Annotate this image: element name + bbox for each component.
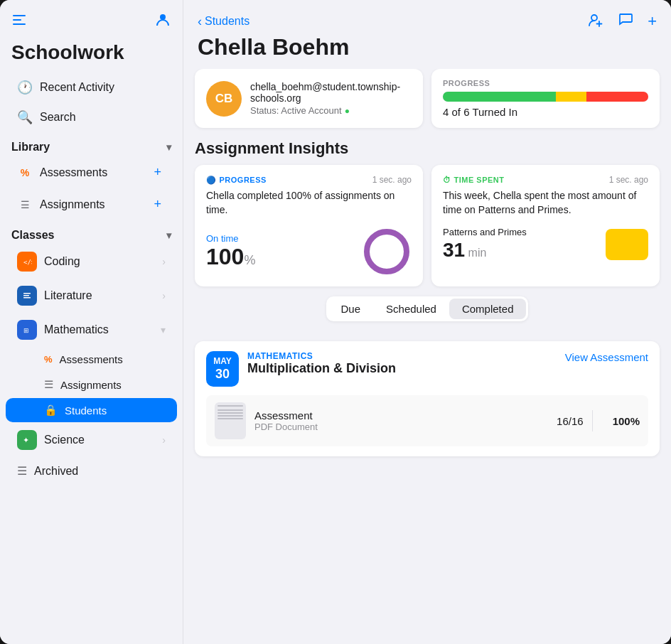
assignment-item-row: Assessment PDF Document 16/16 100% xyxy=(206,395,648,446)
svg-point-3 xyxy=(160,14,166,20)
insights-row: 🔵 PROGRESS 1 sec. ago Chella completed 1… xyxy=(195,165,660,286)
svg-rect-2 xyxy=(13,23,26,25)
add-assignment-btn[interactable]: + xyxy=(149,195,166,213)
math-students-icon: 🔒 xyxy=(44,404,58,417)
insights-title: Assignment Insights xyxy=(195,139,660,158)
time-type-label: ⏱ TIME SPENT xyxy=(443,176,505,184)
info-row: CB chella_boehm@student.township-schools… xyxy=(195,69,660,128)
sidebar-item-label: Science xyxy=(44,434,155,446)
sidebar-item-recent-activity[interactable]: 🕐 Recent Activity xyxy=(6,73,177,102)
science-chevron-icon: › xyxy=(162,434,166,446)
progress-timestamp: 1 sec. ago xyxy=(372,175,412,185)
sidebar-item-math-students[interactable]: 🔒 Students xyxy=(6,398,177,422)
assignment-card: MAY 30 MATHEMATICS Multiplication & Divi… xyxy=(195,341,660,456)
doc-type: PDF Document xyxy=(254,422,548,432)
tabs-wrapper: Due Scheduled Completed xyxy=(195,296,660,331)
progress-yellow-segment xyxy=(556,92,586,102)
search-icon: 🔍 xyxy=(17,109,33,125)
classes-chevron-icon: ▾ xyxy=(166,230,171,241)
add-icon[interactable]: + xyxy=(648,14,657,29)
sidebar-item-label: Coding xyxy=(44,255,155,268)
back-chevron-icon: ‹ xyxy=(198,14,202,29)
minutes-area: Patterns and Primes 31 min xyxy=(443,227,527,262)
time-type-icon: ⏱ xyxy=(443,176,451,184)
patterns-label: Patterns and Primes xyxy=(443,227,527,237)
student-info: chella_boehm@student.township-schools.or… xyxy=(250,81,412,116)
sidebar-item-label: Assignments xyxy=(40,198,142,211)
sidebar-item-literature[interactable]: Literature › xyxy=(6,279,177,312)
progress-card: PROGRESS 4 of 6 Turned In xyxy=(431,69,660,128)
minutes-unit: min xyxy=(468,247,487,259)
literature-class-icon xyxy=(17,286,37,306)
sidebar-item-coding[interactable]: </> Coding › xyxy=(6,245,177,278)
donut-chart xyxy=(362,227,412,277)
sidebar-item-archived[interactable]: ☰ Archived xyxy=(6,458,177,484)
sidebar-item-science[interactable]: ✦ Science › xyxy=(6,424,177,456)
classes-section-header[interactable]: Classes ▾ xyxy=(0,220,183,245)
library-section-header[interactable]: Library ▾ xyxy=(0,132,183,156)
svg-rect-7 xyxy=(23,293,31,294)
assignment-header: MAY 30 MATHEMATICS Multiplication & Divi… xyxy=(206,351,648,387)
assignments-icon: ☰ xyxy=(17,199,33,210)
view-assessment-button[interactable]: View Assessment xyxy=(565,351,648,363)
avatar: CB xyxy=(206,81,242,117)
sidebar-item-math-assignments[interactable]: ☰ Assignments xyxy=(6,372,177,397)
doc-percentage: 100% xyxy=(613,415,640,427)
status-label: Status: Active Account xyxy=(250,105,342,116)
profile-icon[interactable] xyxy=(154,11,171,33)
assignment-class-label: MATHEMATICS xyxy=(247,351,565,361)
doc-thumbnail xyxy=(215,402,246,439)
message-icon[interactable] xyxy=(618,11,633,31)
recent-activity-icon: 🕐 xyxy=(17,80,33,95)
sidebar-item-mathematics[interactable]: ⊞ Mathematics ▾ xyxy=(6,313,177,346)
sidebar-item-label: Assessments xyxy=(60,353,123,365)
sidebar-item-math-assessments[interactable]: % Assessments xyxy=(6,348,177,371)
sidebar-item-label: Assignments xyxy=(60,379,122,391)
tab-scheduled[interactable]: Scheduled xyxy=(373,299,449,319)
add-student-icon[interactable] xyxy=(588,12,603,31)
time-timestamp: 1 sec. ago xyxy=(609,175,648,185)
progress-type-label: 🔵 PROGRESS xyxy=(206,176,267,185)
sidebar-item-assessments[interactable]: % Assessments + xyxy=(6,157,177,188)
svg-point-18 xyxy=(367,232,407,272)
svg-text:⊞: ⊞ xyxy=(23,327,29,334)
app-title: Schoolwork xyxy=(0,38,183,73)
sidebar-item-search[interactable]: 🔍 Search xyxy=(6,103,177,132)
progress-label: PROGRESS xyxy=(443,79,648,87)
on-time-value: 100 xyxy=(206,244,244,269)
coding-class-icon: </> xyxy=(17,252,37,272)
science-class-icon: ✦ xyxy=(17,430,37,450)
add-assessment-btn[interactable]: + xyxy=(149,163,166,181)
assignment-date-badge: MAY 30 xyxy=(206,351,239,387)
minutes-value: 31 xyxy=(443,239,465,261)
back-label: Students xyxy=(205,15,249,28)
main-scroll: CB chella_boehm@student.township-schools… xyxy=(183,69,671,644)
back-button[interactable]: ‹ Students xyxy=(198,14,249,29)
progress-type-icon: 🔵 xyxy=(206,176,217,185)
archived-icon: ☰ xyxy=(17,464,27,478)
tab-due[interactable]: Due xyxy=(328,299,374,319)
literature-chevron-icon: › xyxy=(162,290,166,301)
header-actions: + xyxy=(588,11,657,31)
sidebar-toggle-btn[interactable] xyxy=(11,12,27,32)
tabs-row: Due Scheduled Completed xyxy=(326,296,529,321)
time-visual-block xyxy=(606,229,648,260)
mathematics-chevron-icon: ▾ xyxy=(161,324,166,336)
svg-text:</>: </> xyxy=(23,259,32,266)
sidebar-item-assignments[interactable]: ☰ Assignments + xyxy=(6,189,177,220)
assignment-title-area: MATHEMATICS Multiplication & Division xyxy=(239,351,565,376)
student-name: Chella Boehm xyxy=(183,31,671,69)
time-insight-bottom: Patterns and Primes 31 min xyxy=(443,227,648,262)
student-card: CB chella_boehm@student.township-schools… xyxy=(195,69,423,128)
on-time-label: On time xyxy=(206,233,255,244)
sidebar-item-label: Literature xyxy=(44,289,155,302)
sidebar-item-label: Mathematics xyxy=(44,323,154,336)
time-desc: This week, Chella spent the most amount … xyxy=(443,189,648,217)
coding-chevron-icon: › xyxy=(162,256,166,267)
mathematics-class-icon: ⊞ xyxy=(17,320,37,340)
tab-completed[interactable]: Completed xyxy=(449,299,527,319)
status-dot-icon: ● xyxy=(345,106,350,116)
sidebar-item-label: Assessments xyxy=(40,166,142,179)
svg-rect-9 xyxy=(23,297,31,299)
score-separator xyxy=(592,410,593,431)
